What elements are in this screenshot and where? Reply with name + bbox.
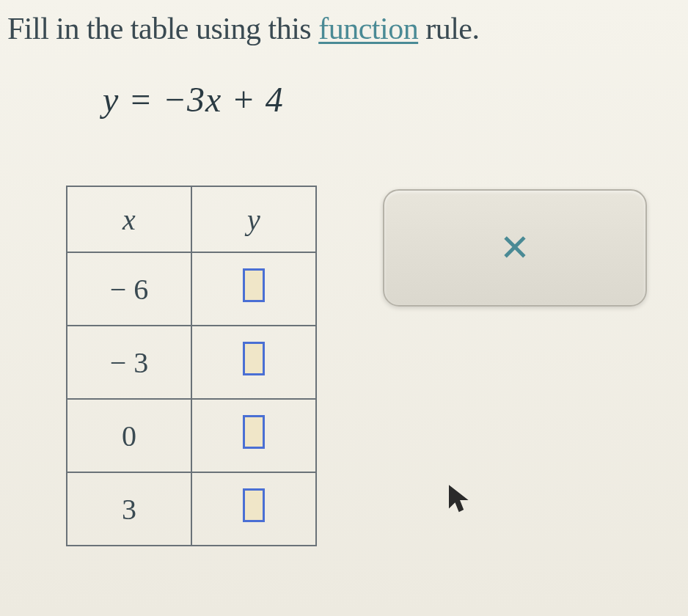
table-header-row: x y	[67, 186, 316, 252]
function-table: x y − 6 − 3 0 3	[66, 186, 317, 546]
content-row: x y − 6 − 3 0 3 ✕	[66, 186, 688, 546]
table-row: − 6	[67, 252, 316, 326]
y-input-cell	[191, 472, 316, 546]
table-row: − 3	[67, 326, 316, 399]
y-input-cell	[191, 399, 316, 472]
x-value: 3	[67, 472, 191, 546]
y-input[interactable]	[243, 488, 265, 522]
instruction-suffix: rule.	[418, 12, 479, 45]
function-link[interactable]: function	[318, 12, 418, 45]
close-icon[interactable]: ✕	[499, 227, 530, 269]
x-value: − 3	[67, 326, 191, 399]
y-input-cell	[191, 326, 316, 399]
table-row: 0	[67, 399, 316, 472]
equation-text: y = −3x + 4	[103, 79, 688, 120]
x-value: − 6	[67, 252, 191, 326]
y-input[interactable]	[243, 415, 265, 449]
y-input-cell	[191, 252, 316, 326]
tool-panel: ✕	[383, 189, 647, 307]
header-y: y	[191, 186, 316, 252]
y-input[interactable]	[243, 268, 265, 302]
y-input[interactable]	[243, 342, 265, 375]
table-row: 3	[67, 472, 316, 546]
x-value: 0	[67, 399, 191, 472]
instruction-prefix: Fill in the table using this	[7, 12, 318, 45]
instruction-text: Fill in the table using this function ru…	[7, 11, 688, 46]
header-x: x	[67, 186, 191, 252]
